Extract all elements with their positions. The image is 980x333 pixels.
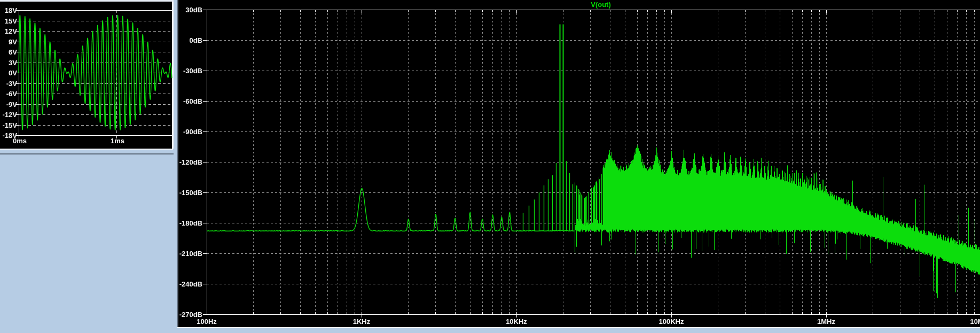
desktop-background: V(out)	[0, 0, 980, 333]
time-waveform-plot[interactable]	[0, 0, 174, 156]
fft-trace-label: V(out)	[555, 1, 646, 9]
fft-spectrum-plot[interactable]	[177, 0, 980, 333]
